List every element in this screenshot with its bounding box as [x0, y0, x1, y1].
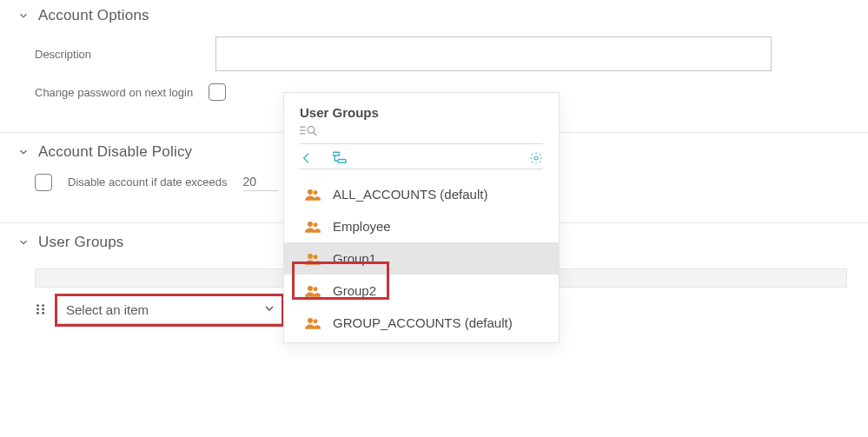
- svg-point-19: [308, 222, 313, 227]
- popup-toolbar: [300, 151, 543, 165]
- list-item-label: Group2: [333, 283, 376, 298]
- svg-point-23: [308, 286, 313, 291]
- divider: [300, 169, 543, 169]
- group-icon: [305, 285, 321, 297]
- svg-point-3: [42, 308, 44, 310]
- group-icon: [305, 189, 321, 201]
- description-input[interactable]: [215, 36, 772, 71]
- chevron-down-icon: [17, 10, 30, 22]
- chevron-down-icon: [17, 146, 30, 158]
- svg-point-25: [308, 318, 313, 323]
- svg-point-1: [42, 304, 44, 307]
- section-title: Account Disable Policy: [38, 143, 192, 161]
- svg-point-22: [314, 255, 318, 259]
- group-icon: [305, 253, 321, 265]
- svg-point-12: [308, 126, 315, 133]
- svg-point-0: [36, 304, 39, 307]
- group-select[interactable]: Select an item: [57, 296, 282, 324]
- svg-rect-15: [338, 160, 346, 163]
- gear-icon[interactable]: [529, 151, 543, 165]
- group-icon: [305, 317, 321, 329]
- list-item[interactable]: Group1: [284, 242, 559, 275]
- group-select-placeholder: Select an item: [66, 302, 149, 317]
- section-title: User Groups: [38, 234, 124, 251]
- list-item[interactable]: ALL_ACCOUNTS (default): [284, 178, 559, 210]
- svg-point-18: [314, 190, 318, 195]
- divider: [300, 143, 543, 144]
- change-password-label: Change password on next login: [35, 86, 193, 99]
- svg-point-4: [36, 311, 39, 314]
- section-title: Account Options: [38, 7, 149, 24]
- tree-icon[interactable]: [333, 151, 348, 165]
- section-header-account-options[interactable]: Account Options: [14, 0, 854, 28]
- list-item[interactable]: GROUP_ACCOUNTS (default): [284, 307, 559, 339]
- svg-point-21: [308, 254, 313, 259]
- list-item-label: Group1: [333, 251, 376, 266]
- popup-list: ALL_ACCOUNTS (default) Employee Group1 G…: [284, 178, 559, 339]
- svg-point-26: [314, 319, 318, 323]
- svg-rect-14: [333, 152, 340, 156]
- drag-handle-icon[interactable]: [35, 302, 47, 319]
- svg-point-16: [534, 156, 538, 160]
- svg-point-17: [308, 189, 313, 195]
- list-item[interactable]: Group2: [284, 275, 559, 307]
- list-item-label: Employee: [333, 219, 391, 234]
- disable-date-input[interactable]: [243, 173, 278, 191]
- svg-point-24: [314, 287, 318, 291]
- user-groups-popup: User Groups: [283, 92, 560, 343]
- list-item-label: ALL_ACCOUNTS (default): [333, 187, 487, 202]
- description-label: Description: [35, 48, 200, 61]
- back-icon[interactable]: [300, 151, 314, 165]
- list-item[interactable]: Employee: [284, 210, 559, 242]
- disable-account-checkbox[interactable]: [35, 174, 52, 191]
- svg-point-2: [36, 308, 39, 310]
- chevron-down-icon: [262, 301, 276, 318]
- row-description: Description: [35, 36, 847, 71]
- svg-line-13: [314, 133, 316, 136]
- group-icon: [305, 221, 321, 233]
- svg-point-20: [314, 222, 318, 227]
- disable-account-label: Disable account if date exceeds: [68, 175, 228, 189]
- chevron-down-icon: [17, 236, 30, 248]
- popup-title: User Groups: [300, 105, 543, 120]
- change-password-checkbox[interactable]: [209, 83, 226, 101]
- list-item-label: GROUP_ACCOUNTS (default): [333, 315, 513, 330]
- svg-point-5: [42, 311, 44, 314]
- popup-search[interactable]: [300, 123, 543, 140]
